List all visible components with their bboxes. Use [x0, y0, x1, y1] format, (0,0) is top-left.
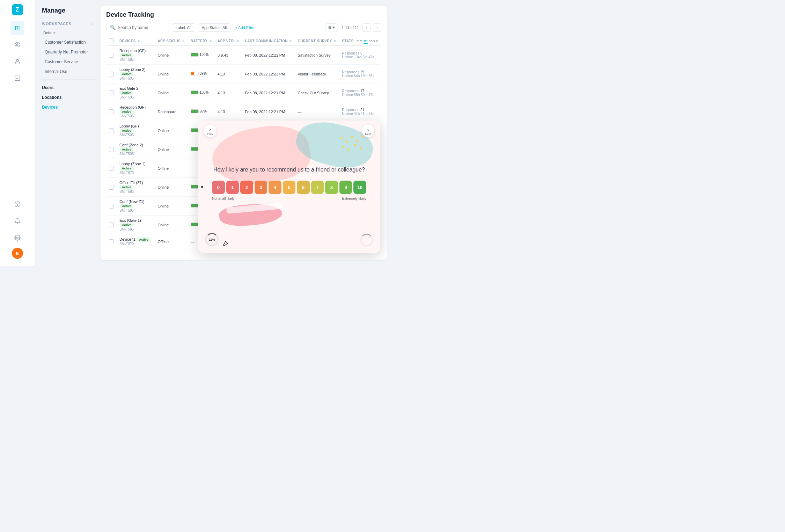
settings-icon-btn[interactable]	[10, 231, 24, 245]
app-status-cell: Dashboard	[155, 102, 188, 121]
preview-overlay: ‹ Prev › Next	[198, 121, 380, 253]
row-checkbox[interactable]	[109, 53, 114, 58]
row-checkbox[interactable]	[109, 109, 114, 114]
workspace-item-customer-satisfaction[interactable]: Customer Satisfaction	[41, 38, 96, 46]
svg-point-13	[354, 144, 356, 146]
device-model: SM-T870	[119, 171, 152, 175]
row-checkbox[interactable]	[109, 223, 114, 227]
tracking-panel: Device Tracking 🔍 Label: All App Status:…	[101, 6, 387, 260]
app-status-cell: Online	[155, 216, 188, 234]
device-name: Conf (Zone 2) Active	[119, 143, 152, 152]
device-cell: Exit (Gate 1) Active SM-T585	[117, 216, 155, 234]
svg-point-4	[17, 205, 17, 206]
add-filter-button[interactable]: + Add Filter	[233, 24, 256, 31]
col-last-comm[interactable]: LAST COMMUNICATION ⇅	[242, 36, 295, 46]
device-name: Exit Gate 2 Active	[119, 86, 152, 95]
table-row: Exit Gate 2 Active SM-T505 Online 100% 4…	[106, 83, 381, 102]
app-ver-cell: 4.13	[215, 83, 242, 102]
nps-button-3[interactable]: 3	[255, 181, 267, 194]
devices-section[interactable]: Devices	[41, 103, 96, 111]
status-filter-button[interactable]: App Status: All	[198, 23, 231, 32]
table-row: Reception (GF) Active SM-T585 Online 100…	[106, 46, 381, 65]
device-model: SM-T585	[119, 227, 152, 231]
sidebar-nav: ⊞	[10, 21, 24, 196]
row-checkbox[interactable]	[109, 166, 114, 171]
workspace-item-default[interactable]: Default	[41, 29, 96, 37]
app-status-cell: Online	[155, 197, 188, 216]
row-checkbox[interactable]	[109, 90, 114, 95]
prev-preview-button[interactable]: ‹ Prev	[204, 125, 217, 137]
stats-cell: Responses 21 Uptime 41h 41m 53s	[339, 102, 381, 121]
workspace-item-quarterly-net-promoter[interactable]: Quarterly Net Promoter	[41, 48, 96, 56]
stats-cell: Responses 5 Uptime 134h 5m 47s	[339, 46, 381, 65]
sidebar-bottom: E	[10, 197, 24, 262]
user-avatar[interactable]: E	[12, 248, 23, 259]
device-model: SM-T505	[119, 76, 152, 80]
sidebar-icon-tasks[interactable]	[10, 71, 24, 85]
device-name: Lobby (GF) Active	[119, 124, 152, 133]
current-survey-cell: Check Out Survey	[295, 83, 339, 102]
select-all-checkbox[interactable]	[109, 38, 114, 43]
col-app-ver[interactable]: APP VER. ⇅	[215, 36, 242, 46]
nps-button-6[interactable]: 6	[297, 181, 310, 194]
row-checkbox[interactable]	[109, 147, 114, 152]
app-logo[interactable]: Z	[12, 4, 23, 15]
bell-icon-btn[interactable]	[10, 214, 24, 228]
app-status-cell: Online	[155, 140, 188, 159]
nps-button-1[interactable]: 1	[226, 181, 239, 194]
last-comm-cell: Feb 08, 2022 12:21 PM	[242, 83, 295, 102]
nps-button-10[interactable]: 10	[353, 181, 366, 194]
svg-rect-2	[15, 76, 20, 81]
device-model: SM-T505	[119, 114, 152, 118]
workspace-item-customer-service[interactable]: Customer Service	[41, 58, 96, 66]
nps-button-2[interactable]: 2	[240, 181, 253, 194]
device-cell: Reception (GF) Active SM-T505	[117, 102, 155, 121]
last-comm-cell: Feb 08, 2022 12:21 PM	[242, 46, 295, 65]
app-ver-cell: 4.13	[215, 102, 242, 121]
col-battery[interactable]: BATTERY ⇅	[188, 36, 215, 46]
next-page-button[interactable]: ›	[373, 23, 381, 32]
col-app-status[interactable]: APP STATUS ⇅	[155, 36, 188, 46]
row-checkbox[interactable]	[109, 128, 114, 133]
label-filter-button[interactable]: Label: All	[172, 23, 195, 32]
users-section[interactable]: Users	[41, 83, 96, 92]
nps-button-8[interactable]: 8	[325, 181, 338, 194]
row-checkbox[interactable]	[109, 204, 114, 209]
col-current-survey[interactable]: CURRENT SURVEY ⇅	[295, 36, 339, 46]
locations-section[interactable]: Locations	[41, 93, 96, 101]
add-workspace-button[interactable]: +	[89, 21, 95, 27]
sidebar-icon-grid[interactable]: ⊞	[10, 21, 24, 35]
next-preview-button[interactable]: › Next	[362, 125, 374, 137]
workspace-item-internal-use[interactable]: Internal Use	[41, 67, 96, 76]
app-ver-cell: 3.9.43	[215, 46, 242, 65]
nps-button-5[interactable]: 5	[283, 181, 296, 194]
row-checkbox[interactable]	[109, 239, 114, 244]
last-comm-cell: Feb 08, 2022 12:22 PM	[242, 65, 295, 83]
device-cell: Office Flr (Z1) Active SM-T585	[117, 178, 155, 197]
svg-point-5	[16, 237, 18, 239]
row-checkbox[interactable]	[109, 72, 114, 76]
battery-cell: 100%	[188, 46, 215, 65]
device-cell: Conf (Zone 2) Active SM-T505	[117, 140, 155, 159]
help-icon-btn[interactable]	[10, 197, 24, 211]
nps-button-7[interactable]: 7	[311, 181, 324, 194]
nps-button-4[interactable]: 4	[269, 181, 281, 194]
prev-page-button[interactable]: ‹	[362, 23, 371, 32]
nps-button-0[interactable]: 0	[212, 181, 225, 194]
extremely-likely-label: Extremely likely	[342, 197, 366, 201]
device-name: Reception (GF) Active	[119, 49, 152, 58]
device-model: SM-T505	[119, 152, 152, 156]
search-input[interactable]	[118, 25, 165, 30]
row-checkbox[interactable]	[109, 185, 114, 190]
device-name: Conf (New Z1) Active	[119, 199, 152, 209]
table-header-row: DEVICES ⇅ APP STATUS ⇅ BATTERY ⇅ APP VER…	[106, 36, 381, 46]
spinner-right	[360, 234, 373, 246]
sidebar-icon-person[interactable]	[10, 54, 24, 68]
grid-toggle[interactable]: ⊞ ▾	[325, 23, 338, 31]
svg-point-1	[16, 59, 19, 61]
nps-button-9[interactable]: 9	[339, 181, 352, 194]
col-devices[interactable]: DEVICES ⇅	[117, 36, 155, 46]
device-model: SM-T585	[119, 209, 152, 212]
sidebar-icon-users[interactable]	[10, 38, 24, 52]
device-cell: Lobby (Zone 1) Active SM-T870	[117, 159, 155, 178]
